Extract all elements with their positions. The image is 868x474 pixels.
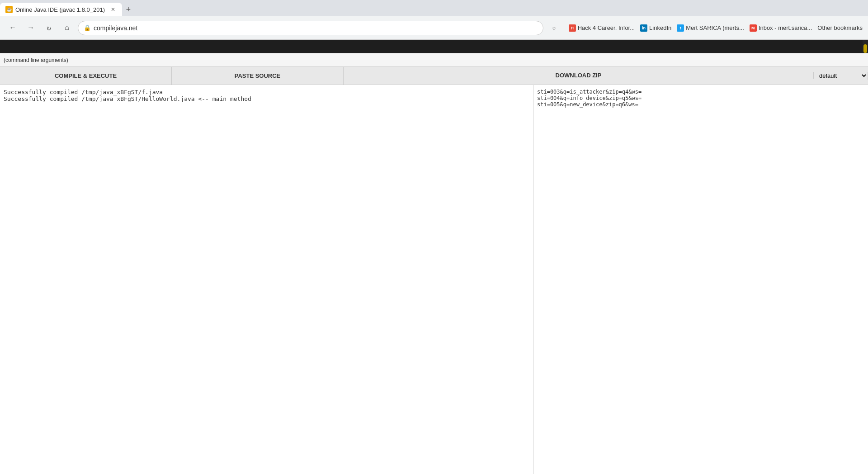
bookmark-gmail[interactable]: M Inbox - mert.sarica... xyxy=(750,24,812,32)
download-section: DOWNLOAD ZIP default xyxy=(344,72,868,80)
paste-source-button[interactable]: PASTE SOURCE xyxy=(172,67,344,85)
download-zip-button[interactable]: DOWNLOAD ZIP xyxy=(344,72,814,79)
code-container[interactable]: 40 41 public final byte[] b(byte[] bArr)… xyxy=(0,40,868,53)
bookmark-favicon-2: in xyxy=(640,24,647,32)
url-text: compilejava.net xyxy=(94,24,137,32)
right-output: sti=003&q=is_attacker&zip=q4&ws= sti=004… xyxy=(533,85,868,474)
home-button[interactable]: ⌂ xyxy=(60,21,74,35)
browser-chrome: ☕ Online Java IDE (javac 1.8.0_201) ✕ + … xyxy=(0,0,868,40)
bookmark-label-1: Hack 4 Career. Infor... xyxy=(578,24,635,31)
output-area: Successfully compiled /tmp/java_xBFgST/f… xyxy=(0,85,868,474)
bottom-panel: (command line arguments) COMPILE & EXECU… xyxy=(0,53,868,474)
bookmark-linkedin[interactable]: in LinkedIn xyxy=(640,24,671,32)
bookmark-favicon-4: M xyxy=(750,24,757,32)
command-line-bar[interactable]: (command line arguments) xyxy=(0,53,868,67)
bookmark-favicon-1: H xyxy=(569,24,576,32)
console-output: Successfully compiled /tmp/java_xBFgST/f… xyxy=(0,85,533,474)
console-line-1: Successfully compiled /tmp/java_xBFgST/f… xyxy=(4,89,529,95)
right-line-2: sti=004&q=info_device&zip=q5&ws= xyxy=(537,95,864,101)
lock-icon: 🔒 xyxy=(84,24,91,31)
compile-execute-button[interactable]: COMPILE & EXECUTE xyxy=(0,67,172,85)
star-button[interactable]: ☆ xyxy=(547,21,561,35)
scrollbar-thumb[interactable] xyxy=(863,44,867,53)
tab-title: Online Java IDE (javac 1.8.0_201) xyxy=(15,6,105,13)
bookmark-label-2: LinkedIn xyxy=(649,24,671,31)
console-line-2: Successfully compiled /tmp/java_xBFgST/H… xyxy=(4,95,529,102)
default-select[interactable]: default xyxy=(814,72,868,80)
back-button[interactable]: ← xyxy=(5,21,20,35)
action-bar: COMPILE & EXECUTE PASTE SOURCE DOWNLOAD … xyxy=(0,67,868,85)
right-line-3: sti=005&q=new_device&zip=q6&ws= xyxy=(537,101,864,108)
vertical-scrollbar[interactable] xyxy=(863,40,868,53)
refresh-button[interactable]: ↻ xyxy=(42,21,56,35)
command-line-label: (command line arguments) xyxy=(4,57,68,63)
bookmark-favicon-3: t xyxy=(677,24,684,32)
main-content: 40 41 public final byte[] b(byte[] bArr)… xyxy=(0,40,868,474)
bookmark-label-3: Mert SARICA (merts... xyxy=(686,24,744,31)
bookmark-hack4career[interactable]: H Hack 4 Career. Infor... xyxy=(569,24,635,32)
bookmark-label-4: Inbox - mert.sarica... xyxy=(759,24,812,31)
new-tab-button[interactable]: + xyxy=(122,4,135,16)
bookmark-twitter[interactable]: t Mert SARICA (merts... xyxy=(677,24,744,32)
tab-favicon: ☕ xyxy=(5,6,13,13)
code-editor[interactable]: 40 41 public final byte[] b(byte[] bArr)… xyxy=(0,40,863,53)
other-bookmarks-label: Other bookmarks xyxy=(817,24,863,31)
bookmarks-bar: H Hack 4 Career. Infor... in LinkedIn t … xyxy=(569,24,863,32)
editor-area: 40 41 public final byte[] b(byte[] bArr)… xyxy=(0,40,868,474)
forward-button[interactable]: → xyxy=(24,21,38,35)
address-bar[interactable]: 🔒 compilejava.net xyxy=(78,21,543,35)
tab-bar: ☕ Online Java IDE (javac 1.8.0_201) ✕ + xyxy=(0,0,868,16)
right-line-1: sti=003&q=is_attacker&zip=q4&ws= xyxy=(537,89,864,95)
other-bookmarks[interactable]: Other bookmarks xyxy=(817,24,863,31)
active-tab[interactable]: ☕ Online Java IDE (javac 1.8.0_201) ✕ xyxy=(0,3,122,16)
nav-bar: ← → ↻ ⌂ 🔒 compilejava.net ☆ H Hack 4 Car… xyxy=(0,16,868,40)
tab-close-button[interactable]: ✕ xyxy=(109,6,117,13)
